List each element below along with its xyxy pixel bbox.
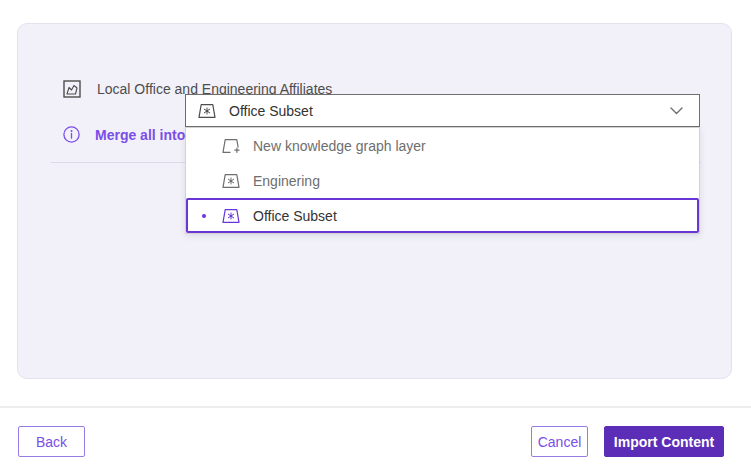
knowledge-graph-layer-icon [198, 103, 216, 119]
dropdown-option-enginering[interactable]: Enginering [186, 163, 699, 198]
chevron-down-icon [670, 107, 683, 115]
dropdown-option-label: Office Subset [253, 208, 337, 224]
dropdown-option-label: Enginering [253, 173, 320, 189]
footer-divider [0, 406, 751, 408]
knowledge-graph-layer-icon [222, 208, 240, 224]
dropdown-option-new-knowledge-graph-layer[interactable]: New knowledge graph layer [186, 128, 699, 163]
merge-target-dropdown: New knowledge graph layer Enginering [185, 127, 700, 234]
cancel-button[interactable]: Cancel [531, 426, 588, 457]
import-content-button[interactable]: Import Content [604, 426, 724, 457]
layer-sketch-icon [63, 80, 81, 98]
selected-option-indicator [202, 214, 206, 218]
back-button[interactable]: Back [18, 426, 85, 457]
new-knowledge-graph-layer-icon [222, 138, 240, 154]
merge-all-into-label: Merge all into [95, 127, 185, 143]
import-content-dialog: Local Office and Engineering Affiliates … [0, 0, 751, 470]
merge-all-into-row: Merge all into [63, 118, 185, 151]
dropdown-option-office-subset[interactable]: Office Subset [186, 198, 699, 233]
merge-target-select-value: Office Subset [229, 103, 313, 119]
dropdown-option-label: New knowledge graph layer [253, 138, 426, 154]
merge-target-select[interactable]: Office Subset [185, 94, 700, 127]
knowledge-graph-layer-icon [222, 173, 240, 189]
info-icon[interactable] [63, 126, 80, 143]
